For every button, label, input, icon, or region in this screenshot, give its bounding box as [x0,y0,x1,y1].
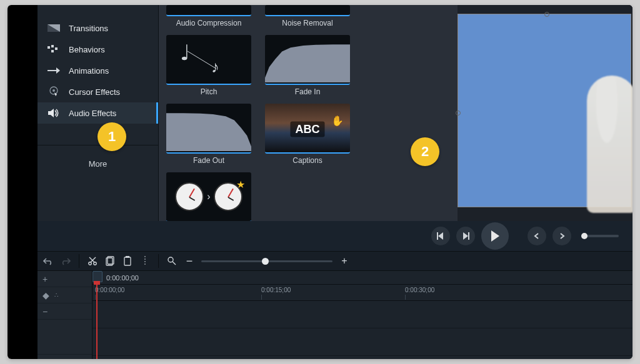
effects-panel: Audio Compression Noise Removal ♩ ♪ Pitc… [159,5,458,251]
ruler-tick: 0:00:30;00 [405,287,434,293]
svg-rect-25 [126,256,129,258]
letterbox-left [8,5,38,359]
sidebar-more[interactable]: More [38,145,158,182]
sidebar-item-label: Cursor Effects [69,87,120,97]
svg-line-28 [172,262,176,265]
audio-icon [48,108,60,118]
behaviors-icon [48,44,60,54]
effect-captions[interactable]: ABC ✋ Captions [265,104,350,165]
tutorial-frame: Transitions Behaviors Animations Cursor … [8,5,632,359]
effects-row-1: ♩ ♪ Pitch Fade In [166,35,450,96]
video-subject [587,76,632,213]
zoom-out-button[interactable]: − [184,255,195,267]
ruler-tick: 0:00:00;00 [95,287,124,293]
zoom-slider[interactable] [201,260,332,262]
svg-rect-4 [51,50,54,52]
copy-button[interactable] [104,255,116,267]
effect-pitch[interactable]: ♩ ♪ Pitch [166,35,251,96]
effect-label: Fade In [295,87,321,96]
effect-noise-removal[interactable]: Noise Removal [265,5,350,27]
svg-marker-17 [491,230,499,242]
undo-button[interactable] [42,255,54,267]
ruler-tick: 0:00:15;00 [261,287,291,293]
step-forward-button[interactable] [456,227,475,245]
effect-thumb [265,5,350,16]
effects-row-cut: Audio Compression Noise Removal [166,5,450,27]
magnify-icon [166,255,178,267]
effect-label: Fade Out [193,156,224,165]
callout-badge-1: 1 [98,122,126,151]
grab-cursor-icon: ✋ [331,115,344,127]
add-track-button[interactable]: + [38,271,92,287]
preview-scale-slider[interactable] [581,235,619,237]
playhead-time: 0:00:00;00 [92,271,632,285]
paste-button[interactable] [122,255,133,267]
redo-button[interactable] [60,255,71,267]
sidebar-item-behaviors[interactable]: Behaviors [38,39,158,60]
zoom-in-button[interactable]: + [339,255,350,267]
effect-fade-out[interactable]: Fade Out [166,104,251,165]
timeline-tracks[interactable]: 0:00:00;00 0:00:00;00 0:00:15;00 0:00:30… [92,271,632,359]
time-ruler[interactable]: 0:00:00;00 0:00:15;00 0:00:30;00 [92,285,632,301]
sidebar-item-audio-effects[interactable]: Audio Effects [38,102,158,124]
next-button[interactable] [552,227,571,245]
effect-thumb: ABC ✋ [265,104,350,154]
prev-button[interactable] [528,227,546,245]
effect-audio-compression[interactable]: Audio Compression [166,5,251,27]
track-2[interactable] [92,328,632,356]
effect-label: Captions [292,156,322,165]
svg-rect-14 [437,232,438,240]
tools-sidebar: Transitions Behaviors Animations Cursor … [38,5,159,251]
svg-rect-3 [51,45,54,47]
svg-marker-7 [56,67,60,74]
playhead[interactable] [96,271,98,359]
remove-track-button[interactable]: − [38,303,92,320]
effects-row-2: Fade Out ABC ✋ Captions [166,104,450,165]
effect-label: Noise Removal [282,19,332,27]
play-button[interactable] [481,222,509,250]
video-editor-app: Transitions Behaviors Animations Cursor … [38,5,632,359]
effect-label: Audio Compression [176,19,242,27]
effect-thumb: › ★ [166,172,251,222]
effect-clip-speed[interactable]: › ★ [166,172,251,222]
sidebar-item-label: Transitions [69,24,108,33]
track-1[interactable] [92,301,632,328]
svg-rect-5 [55,47,58,50]
svg-point-27 [168,257,173,262]
split-button[interactable] [139,255,151,267]
star-icon: ★ [236,179,245,190]
svg-point-19 [94,262,96,265]
sidebar-item-label: Animations [69,66,109,76]
track-visibility-button[interactable]: 👁 [38,355,92,359]
sidebar-item-animations[interactable]: Animations [38,60,158,81]
minus-icon: − [42,307,48,317]
timeline-toolbar: − + [38,251,632,271]
timeline: + ◆∴ − 👁 0:00:00;00 0:00:00;00 0:00:15;0… [38,271,632,359]
marker-row[interactable]: ◆∴ [38,287,92,303]
animations-icon [48,66,60,76]
clock-icon [175,182,204,211]
svg-rect-24 [124,257,131,265]
plus-icon: + [42,274,48,284]
preview-panel [458,5,632,251]
effect-fade-in[interactable]: Fade In [265,35,350,96]
sidebar-item-cursor-effects[interactable]: Cursor Effects [38,81,158,102]
preview-canvas[interactable] [458,14,631,207]
transitions-icon [48,23,60,33]
svg-point-18 [89,262,91,265]
step-back-button[interactable] [431,227,450,245]
effect-thumb [265,35,350,85]
effects-row-3: › ★ [166,172,450,222]
svg-line-12 [188,51,216,69]
svg-marker-15 [463,232,468,240]
track-controls[interactable] [38,320,92,355]
svg-marker-11 [48,109,54,117]
sidebar-item-label: Audio Effects [69,109,116,118]
sidebar-item-transitions[interactable]: Transitions [38,17,158,39]
cut-button[interactable] [87,255,98,267]
svg-point-9 [52,89,55,92]
settings-dots-icon: ∴ [54,292,58,298]
eye-icon: 👁 [42,358,51,360]
caption-sample-text: ABC [291,121,325,137]
sidebar-item-label: Behaviors [69,45,105,54]
